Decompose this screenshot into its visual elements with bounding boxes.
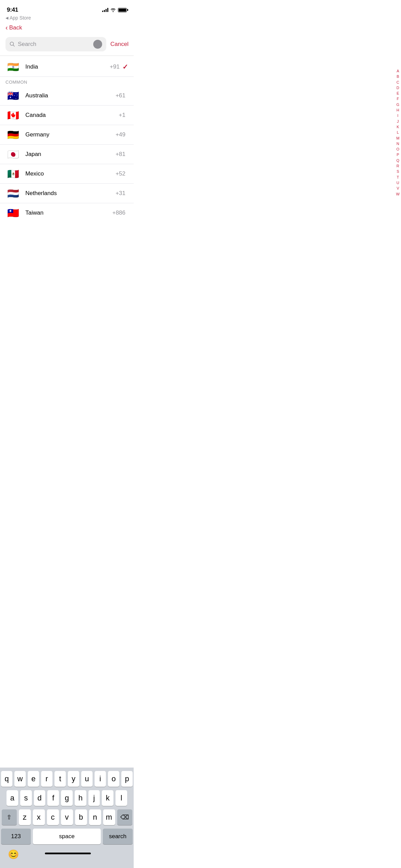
- australia-code: +61: [116, 92, 125, 99]
- app-store-triangle: ◀: [5, 16, 8, 20]
- japan-flag: 🇯🇵: [5, 149, 21, 160]
- search-input[interactable]: [18, 41, 90, 48]
- india-code: +91: [110, 63, 120, 70]
- country-item-taiwan[interactable]: 🇹🇼 Taiwan +886: [0, 203, 134, 222]
- taiwan-flag: 🇹🇼: [5, 207, 21, 218]
- netherlands-flag: 🇳🇱: [5, 188, 21, 199]
- search-icon: [10, 41, 15, 47]
- netherlands-name: Netherlands: [25, 190, 116, 197]
- country-item-netherlands[interactable]: 🇳🇱 Netherlands +31: [0, 184, 134, 203]
- netherlands-code: +31: [116, 190, 125, 197]
- mexico-name: Mexico: [25, 170, 116, 177]
- japan-code: +81: [116, 151, 125, 158]
- taiwan-name: Taiwan: [25, 209, 112, 216]
- status-icons: [102, 8, 127, 12]
- signal-icon: [102, 8, 108, 12]
- australia-flag: 🇦🇺: [5, 90, 21, 101]
- app-store-nav: ◀ App Store: [0, 15, 134, 21]
- canada-code: +1: [119, 112, 125, 119]
- svg-line-1: [13, 45, 15, 47]
- status-time: 9:41: [7, 7, 18, 13]
- status-bar: 9:41: [0, 0, 134, 15]
- country-item-germany[interactable]: 🇩🇪 Germany +49: [0, 125, 134, 145]
- india-flag: 🇮🇳: [5, 61, 21, 72]
- app-store-label: App Store: [10, 15, 31, 21]
- country-item-india[interactable]: 🇮🇳 India +91 ✓: [0, 57, 134, 77]
- common-section-header: COMMON: [0, 77, 134, 86]
- search-area: Cancel: [0, 34, 134, 54]
- back-button[interactable]: ‹ Back: [5, 24, 22, 32]
- country-item-canada[interactable]: 🇨🇦 Canada +1: [0, 106, 134, 125]
- nav-bar: ‹ Back: [0, 21, 134, 34]
- taiwan-code: +886: [112, 209, 125, 216]
- germany-flag: 🇩🇪: [5, 129, 21, 140]
- country-item-mexico[interactable]: 🇲🇽 Mexico +52: [0, 164, 134, 184]
- japan-name: Japan: [25, 151, 116, 158]
- mexico-code: +52: [116, 170, 125, 177]
- country-item-japan[interactable]: 🇯🇵 Japan +81: [0, 145, 134, 164]
- cancel-button[interactable]: Cancel: [110, 41, 129, 48]
- wifi-icon: [110, 8, 116, 12]
- selected-checkmark: ✓: [122, 63, 128, 71]
- country-list: 🇮🇳 India +91 ✓ COMMON 🇦🇺 Australia +61 🇨…: [0, 57, 134, 222]
- australia-name: Australia: [25, 92, 116, 99]
- separator: [0, 56, 134, 56]
- mexico-flag: 🇲🇽: [5, 168, 21, 179]
- india-name: India: [25, 63, 110, 70]
- battery-icon: [118, 8, 127, 12]
- canada-name: Canada: [25, 112, 119, 119]
- mic-button[interactable]: [93, 40, 102, 49]
- back-chevron-icon: ‹: [5, 24, 8, 32]
- country-item-australia[interactable]: 🇦🇺 Australia +61: [0, 86, 134, 106]
- germany-code: +49: [116, 131, 125, 138]
- search-input-wrapper[interactable]: [5, 37, 106, 51]
- germany-name: Germany: [25, 131, 116, 138]
- canada-flag: 🇨🇦: [5, 110, 21, 121]
- back-label: Back: [9, 24, 22, 31]
